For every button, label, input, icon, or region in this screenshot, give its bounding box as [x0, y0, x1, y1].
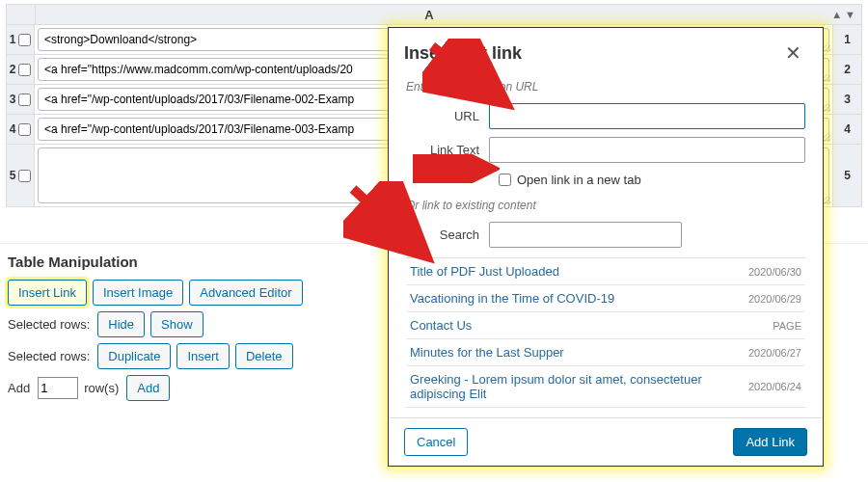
result-title: Minutes for the Last Supper — [410, 345, 564, 360]
insert-image-button[interactable]: Insert Image — [93, 280, 183, 306]
row-number: 1 — [10, 33, 16, 46]
row-number: 4 — [10, 122, 16, 136]
row-select-checkbox[interactable] — [18, 34, 31, 46]
hint-existing: Or link to existing content — [406, 199, 805, 212]
result-meta: PAGE — [773, 415, 801, 416]
result-title: Greeking - Lorem ipsum dolor sit amet, c… — [410, 372, 748, 401]
search-input[interactable] — [489, 222, 682, 248]
selected-rows-label: Selected rows: — [8, 317, 90, 332]
search-row: Search — [406, 222, 805, 248]
modal-footer: Cancel Add Link — [389, 417, 823, 466]
row-header-1[interactable]: 1 — [6, 25, 35, 55]
svg-line-2 — [353, 189, 420, 251]
resize-handle-icon[interactable] — [823, 134, 830, 142]
row-header-3[interactable]: 3 — [6, 85, 35, 115]
resize-handle-icon[interactable] — [823, 104, 830, 112]
result-meta: PAGE — [773, 320, 801, 332]
result-meta: 2020/06/29 — [748, 293, 801, 305]
result-item[interactable]: Aboot Our ServicesPAGE — [406, 408, 805, 415]
result-meta: 2020/06/27 — [748, 347, 801, 359]
modal-body: Enter the destination URL URL Link Text … — [389, 70, 823, 417]
row-tail-4: 4 — [833, 115, 862, 145]
resize-handle-icon[interactable] — [823, 74, 830, 82]
cancel-button[interactable]: Cancel — [404, 428, 468, 456]
newtab-label: Open link in a new tab — [517, 173, 641, 187]
row-number: 2 — [10, 63, 16, 76]
search-results[interactable]: Title of PDF Just Uploaded2020/06/30 Vac… — [406, 257, 805, 415]
result-item[interactable]: Contact UsPAGE — [406, 312, 805, 339]
sort-arrows-icon[interactable]: ▲ ▼ — [823, 9, 861, 20]
add-link-button[interactable]: Add Link — [733, 428, 807, 456]
selected-rows-label: Selected rows: — [8, 349, 90, 363]
corner-cell — [7, 5, 36, 24]
add-label: Add — [8, 381, 30, 395]
linktext-input[interactable] — [489, 137, 805, 163]
result-title: Vacationing in the Time of COVID-19 — [410, 291, 614, 306]
result-item[interactable]: Title of PDF Just Uploaded2020/06/30 — [406, 258, 805, 285]
result-item[interactable]: Minutes for the Last Supper2020/06/27 — [406, 339, 805, 366]
result-meta: 2020/06/30 — [748, 266, 801, 278]
annotation-arrow-icon — [343, 181, 440, 268]
resize-handle-icon[interactable] — [823, 44, 830, 52]
column-header-row: A ▲ ▼ — [6, 4, 862, 25]
row-tail-3: 3 — [833, 85, 862, 115]
column-label-A[interactable]: A — [36, 6, 823, 24]
insert-button[interactable]: Insert — [176, 343, 230, 369]
newtab-row: Open link in a new tab — [499, 173, 805, 187]
hide-button[interactable]: Hide — [97, 311, 145, 337]
row-header-5[interactable]: 5 — [6, 145, 35, 207]
result-meta: 2020/06/24 — [748, 381, 801, 392]
row-number: 5 — [10, 169, 16, 182]
row-tail-2: 2 — [833, 55, 862, 85]
annotation-arrow-icon — [422, 39, 519, 116]
row-number: 3 — [10, 93, 16, 106]
result-title: Aboot Our Services — [410, 414, 519, 415]
row-tail-1: 1 — [833, 25, 862, 55]
row-select-checkbox[interactable] — [18, 123, 31, 136]
svg-line-0 — [432, 46, 500, 98]
url-input[interactable] — [489, 103, 805, 129]
result-title: Contact Us — [410, 318, 472, 333]
result-item[interactable]: Vacationing in the Time of COVID-192020/… — [406, 285, 805, 312]
advanced-editor-button[interactable]: Advanced Editor — [189, 280, 302, 306]
row-tail-5: 5 — [833, 145, 862, 207]
resize-handle-icon[interactable] — [823, 197, 830, 204]
close-icon[interactable]: ✕ — [779, 40, 807, 67]
rows-label: row(s) — [84, 381, 119, 395]
row-select-checkbox[interactable] — [18, 170, 31, 182]
duplicate-button[interactable]: Duplicate — [97, 343, 171, 369]
row-select-checkbox[interactable] — [18, 94, 31, 106]
delete-button[interactable]: Delete — [235, 343, 293, 369]
newtab-checkbox[interactable] — [499, 174, 511, 186]
annotation-arrow-icon — [413, 154, 500, 183]
result-item[interactable]: Greeking - Lorem ipsum dolor sit amet, c… — [406, 366, 805, 408]
row-select-checkbox[interactable] — [18, 64, 31, 76]
row-header-2[interactable]: 2 — [6, 55, 35, 85]
insert-link-button[interactable]: Insert Link — [8, 280, 87, 306]
add-count-input[interactable] — [38, 377, 78, 399]
show-button[interactable]: Show — [150, 311, 203, 337]
add-rows-button[interactable]: Add — [126, 375, 170, 401]
row-header-4[interactable]: 4 — [6, 115, 35, 145]
